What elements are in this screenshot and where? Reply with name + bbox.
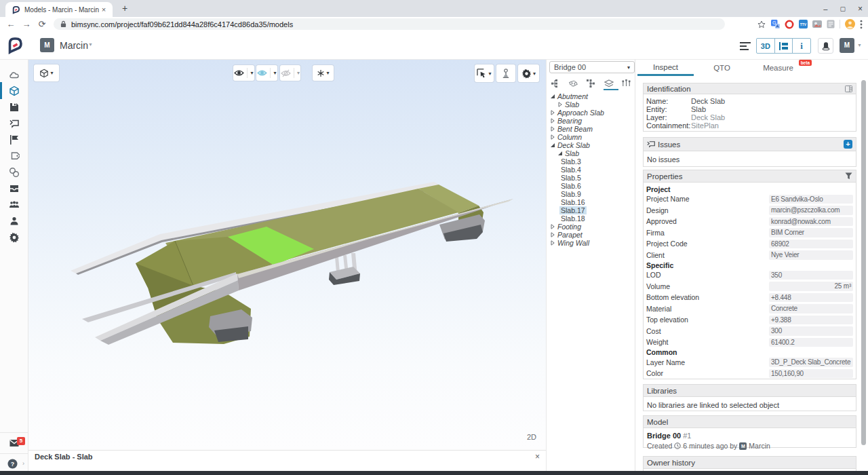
workspace-avatar[interactable]: M bbox=[40, 38, 54, 52]
tree-node[interactable]: Slab bbox=[547, 149, 635, 157]
tree-node-label[interactable]: Slab.9 bbox=[559, 190, 583, 198]
tree-node-marker[interactable] bbox=[553, 216, 559, 221]
tree-node[interactable]: Wing Wall bbox=[547, 239, 635, 247]
window-close-icon[interactable]: × bbox=[858, 5, 863, 12]
show-objects-button[interactable]: ▾ bbox=[233, 65, 254, 81]
tree-node-label[interactable]: Bent Beam bbox=[556, 125, 594, 133]
tree-node-marker[interactable] bbox=[550, 134, 556, 140]
property-value[interactable]: BIM Corner bbox=[769, 228, 853, 238]
window-maximize-icon[interactable]: ▢ bbox=[840, 5, 846, 12]
effects-button[interactable]: ▾ bbox=[313, 65, 334, 81]
tree-node[interactable]: Slab.17 bbox=[547, 206, 635, 214]
toggle-panels-button[interactable] bbox=[738, 39, 752, 53]
sidebar-inbox-icon[interactable] bbox=[9, 183, 20, 194]
inspector-tab[interactable]: Measure beta bbox=[750, 60, 806, 76]
bridge-3d-model[interactable] bbox=[28, 60, 546, 450]
inspector-tab[interactable]: QTO bbox=[694, 60, 750, 76]
tree-node-label[interactable]: Approach Slab bbox=[556, 109, 606, 117]
selection-close-icon[interactable]: × bbox=[535, 452, 540, 461]
tree-node-marker[interactable] bbox=[553, 200, 559, 205]
tree-mode-hierarchy-icon[interactable] bbox=[549, 77, 561, 90]
tree-node[interactable]: Slab.9 bbox=[547, 190, 635, 198]
property-value[interactable]: E6 Sandvika-Oslo bbox=[769, 195, 853, 204]
view-tree-button[interactable] bbox=[775, 39, 793, 53]
tree-node-marker[interactable] bbox=[550, 118, 556, 124]
property-value[interactable]: +8.448 bbox=[769, 293, 853, 303]
identification-panel-icon[interactable] bbox=[845, 86, 852, 92]
dropdown-chevron-icon[interactable]: ▾ bbox=[297, 70, 300, 76]
tree-mode-layers-icon[interactable] bbox=[603, 77, 615, 90]
tree-node-label[interactable]: Slab.18 bbox=[559, 214, 587, 223]
sidebar-dashboard-icon[interactable] bbox=[9, 69, 20, 80]
extension-notes-icon[interactable] bbox=[827, 20, 835, 28]
tree-mode-systems-icon[interactable] bbox=[620, 77, 633, 90]
filter-funnel-icon[interactable] bbox=[845, 172, 852, 180]
reload-icon[interactable]: ⟳ bbox=[37, 19, 47, 29]
help-icon[interactable]: ? bbox=[7, 459, 18, 469]
sidebar-models-icon[interactable] bbox=[9, 86, 20, 96]
property-value[interactable]: 300 bbox=[769, 326, 853, 336]
tree-node-marker[interactable] bbox=[550, 110, 556, 115]
show-selected-button[interactable]: ▾ bbox=[256, 65, 277, 81]
tree-node-label[interactable]: Column bbox=[556, 133, 583, 141]
tree-node-marker[interactable] bbox=[553, 159, 559, 164]
tree-node-label[interactable]: Footing bbox=[556, 223, 583, 231]
tree-node[interactable]: Slab.5 bbox=[547, 174, 635, 182]
tree-node[interactable]: Slab bbox=[547, 100, 635, 109]
property-value[interactable]: 150,160,90 bbox=[769, 369, 853, 379]
tree-mode-relations-icon[interactable] bbox=[567, 77, 579, 90]
property-value[interactable]: konrad@nowak.com bbox=[769, 217, 853, 227]
sidebar-members-icon[interactable] bbox=[9, 216, 20, 227]
scrollbar-thumb[interactable] bbox=[861, 80, 866, 445]
tree-node-label[interactable]: Bearing bbox=[556, 117, 583, 125]
tree-node-marker[interactable] bbox=[550, 224, 556, 229]
sidebar-settings-icon[interactable] bbox=[9, 232, 20, 243]
viewer-settings-button[interactable]: ▾ bbox=[518, 64, 539, 82]
dropdown-chevron-icon[interactable]: ▾ bbox=[273, 70, 276, 76]
property-value[interactable]: +9.388 bbox=[769, 316, 853, 325]
view-info-button[interactable]: i bbox=[793, 39, 810, 53]
sidebar-boards-icon[interactable] bbox=[9, 134, 20, 145]
tree-node-marker[interactable] bbox=[557, 102, 564, 107]
tree-node[interactable]: Column bbox=[547, 133, 635, 141]
tree-node-label[interactable]: Slab.3 bbox=[559, 157, 583, 166]
property-value[interactable]: 25 m³ bbox=[769, 282, 853, 291]
tree-node[interactable]: Parapet bbox=[547, 231, 635, 239]
forward-icon[interactable]: → bbox=[22, 19, 31, 29]
tree-node-marker[interactable] bbox=[553, 175, 559, 180]
tree-node[interactable]: Approach Slab bbox=[547, 109, 635, 117]
switch-2d-button[interactable]: 2D bbox=[527, 433, 536, 441]
url-input[interactable]: bimsync.com/project/faf09b621dd844a28f6c… bbox=[54, 18, 725, 30]
tree-node-label[interactable]: Slab.6 bbox=[559, 182, 583, 190]
tab-close-icon[interactable]: × bbox=[99, 5, 108, 14]
browser-tab[interactable]: Models - Marcin - Marcin × bbox=[5, 2, 113, 17]
tree-node-label[interactable]: Slab bbox=[564, 100, 580, 109]
tree-node-label[interactable]: Abutment bbox=[556, 92, 589, 100]
property-value[interactable]: marcin@pszczolka.com bbox=[769, 206, 853, 215]
tree-node-label[interactable]: Slab.16 bbox=[559, 198, 587, 206]
user-menu-chevron-icon[interactable]: ▼ bbox=[857, 43, 862, 48]
tree-node-marker[interactable] bbox=[553, 183, 559, 189]
tree-node-label[interactable]: Wing Wall bbox=[556, 239, 591, 247]
property-value[interactable]: Nye Veier bbox=[769, 250, 853, 260]
tree-node-label[interactable]: Slab bbox=[564, 149, 580, 157]
tree-node-label[interactable]: Slab.4 bbox=[559, 166, 583, 174]
tree-node[interactable]: Slab.6 bbox=[547, 182, 635, 190]
tree-node[interactable]: Bent Beam bbox=[547, 125, 635, 133]
opera-extension-icon[interactable] bbox=[785, 20, 794, 29]
hide-objects-button[interactable]: ▾ bbox=[280, 65, 300, 81]
tree-node[interactable]: Footing bbox=[547, 223, 635, 231]
property-value[interactable]: 61400.2 bbox=[769, 338, 853, 347]
sidebar-links-icon[interactable] bbox=[9, 167, 20, 178]
property-value[interactable]: 350 bbox=[769, 271, 853, 280]
property-value[interactable]: 3D_P_Deck Slab_Concrete bbox=[769, 358, 853, 367]
tree-node-marker[interactable] bbox=[550, 232, 556, 238]
tree-node-marker[interactable] bbox=[553, 208, 559, 213]
model-author[interactable]: Marcin bbox=[749, 442, 770, 450]
tree-node[interactable]: Deck Slab bbox=[547, 141, 635, 149]
walk-tool-button[interactable] bbox=[496, 64, 515, 82]
bimsync-logo[interactable] bbox=[7, 37, 23, 54]
tree-node-marker[interactable] bbox=[553, 167, 559, 172]
tree-node[interactable]: Slab.18 bbox=[547, 214, 635, 223]
dropdown-chevron-icon[interactable]: ▾ bbox=[488, 71, 491, 77]
